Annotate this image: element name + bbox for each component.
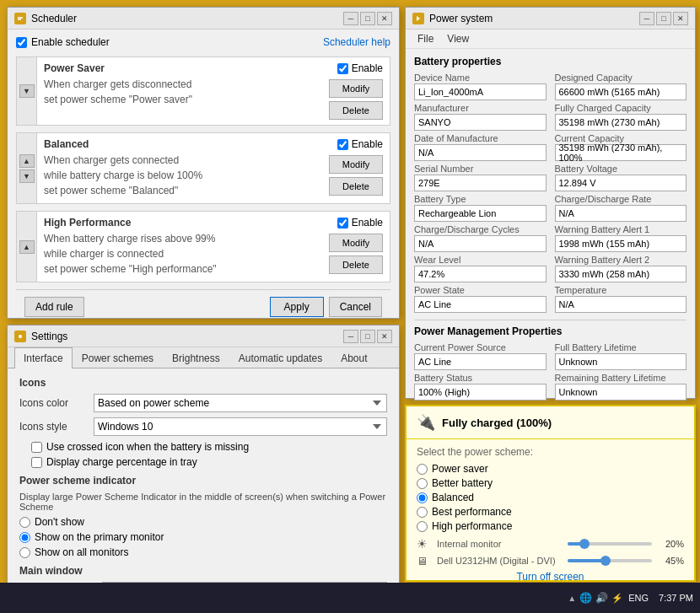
rule-power-saver-modify-button[interactable]: Modify bbox=[329, 79, 383, 98]
battery-status-label: Battery Status bbox=[414, 373, 547, 383]
power-mgmt-title: Power Management Properties bbox=[414, 325, 687, 337]
charge-pct-checkbox[interactable] bbox=[31, 457, 42, 468]
rule-balanced-down-arrow[interactable]: ▼ bbox=[19, 169, 35, 183]
apply-button[interactable]: Apply bbox=[270, 297, 324, 317]
scheme-balanced-row: Balanced bbox=[417, 492, 684, 503]
tab-brightness[interactable]: Brightness bbox=[163, 347, 229, 368]
power-system-close-button[interactable]: ✕ bbox=[673, 12, 688, 25]
scheme-best-performance-radio[interactable] bbox=[417, 507, 428, 518]
dell-monitor-slider[interactable] bbox=[568, 554, 652, 567]
settings-maximize-button[interactable]: □ bbox=[360, 330, 375, 343]
settings-tabs-bar: Interface Power schemes Brightness Autom… bbox=[8, 347, 399, 368]
settings-minimize-button[interactable]: ─ bbox=[343, 330, 358, 343]
scheme-power-saver-radio[interactable] bbox=[417, 464, 428, 475]
settings-body: Icons Icons color Based on power scheme … bbox=[8, 368, 399, 613]
battery-status-value: 100% (High) bbox=[414, 384, 547, 401]
rule-power-saver-down-arrow[interactable]: ▼ bbox=[19, 84, 35, 98]
scheme-balanced-label: Balanced bbox=[432, 492, 474, 503]
tab-interface[interactable]: Interface bbox=[14, 347, 73, 368]
scheme-balanced-radio[interactable] bbox=[417, 492, 428, 503]
field-battery-type: Battery Type Rechargeable Lion bbox=[414, 194, 547, 222]
field-date-manufacture: Date of Manufacture N/A bbox=[414, 133, 547, 161]
field-manufacturer: Manufacturer SANYO bbox=[414, 103, 547, 131]
rule-high-performance-delete-button[interactable]: Delete bbox=[329, 255, 383, 274]
taskbar-lang: ENG bbox=[628, 593, 649, 603]
rule-power-saver-enable-label: Enable bbox=[352, 62, 383, 74]
tab-automatic-updates[interactable]: Automatic updates bbox=[229, 347, 331, 368]
rule-high-performance-enable-label: Enable bbox=[352, 217, 383, 229]
scheduler-minimize-button[interactable]: ─ bbox=[343, 12, 358, 25]
icons-style-select[interactable]: Windows 10 Classic Flat bbox=[94, 417, 387, 436]
turn-off-screen-link[interactable]: Turn off screen bbox=[417, 571, 684, 583]
scheduler-bottom-bar: Add rule Apply Cancel bbox=[16, 289, 390, 324]
rule-high-performance-enable-checkbox[interactable] bbox=[337, 218, 348, 229]
scheduler-maximize-button[interactable]: □ bbox=[360, 12, 375, 25]
scheme-high-performance-label: High performance bbox=[432, 520, 512, 532]
field-fully-charged-capacity: Fully Charged Capacity 35198 mWh (2730 m… bbox=[555, 103, 687, 131]
icons-section-label: Icons bbox=[19, 377, 387, 389]
field-device-name: Device Name Li_Ion_4000mA bbox=[414, 73, 547, 100]
taskbar-chevron-icon[interactable]: ▲ bbox=[568, 594, 576, 603]
field-warning-alert-1: Warning Battery Alert 1 1998 mWh (155 mA… bbox=[555, 224, 687, 252]
crossed-icon-label: Use crossed icon when the battery is mis… bbox=[46, 441, 249, 453]
field-temperature: Temperature N/A bbox=[555, 285, 687, 313]
settings-controls: ─ □ ✕ bbox=[343, 330, 392, 343]
power-system-maximize-button[interactable]: □ bbox=[656, 12, 671, 25]
icons-color-select[interactable]: Based on power scheme Default Custom bbox=[94, 394, 387, 412]
rule-balanced-title: Balanced bbox=[44, 138, 315, 150]
rule-high-performance-modify-button[interactable]: Modify bbox=[329, 234, 383, 252]
icons-style-row: Icons style Windows 10 Classic Flat bbox=[19, 417, 387, 436]
settings-close-button[interactable]: ✕ bbox=[377, 330, 392, 343]
taskbar-time: 7:37 PM bbox=[659, 593, 693, 603]
rule-balanced-delete-button[interactable]: Delete bbox=[329, 177, 383, 196]
svg-rect-0 bbox=[16, 14, 24, 23]
scheme-power-saver-row: Power saver bbox=[417, 463, 684, 475]
scheme-better-battery-radio[interactable] bbox=[417, 478, 428, 489]
add-rule-button[interactable]: Add rule bbox=[24, 297, 84, 317]
scheduler-window-icon bbox=[14, 13, 26, 24]
rule-balanced-desc: When charger gets connectedwhile battery… bbox=[44, 153, 315, 198]
all-monitors-radio[interactable] bbox=[19, 547, 30, 558]
internal-monitor-slider[interactable] bbox=[568, 537, 652, 551]
power-source-value: AC Line bbox=[414, 353, 547, 370]
full-lifetime-value: Unknown bbox=[555, 353, 687, 370]
tab-about[interactable]: About bbox=[331, 347, 376, 368]
scheduler-help-link[interactable]: Scheduler help bbox=[323, 36, 390, 48]
rule-high-performance-up-arrow[interactable]: ▲ bbox=[19, 240, 35, 254]
rule-balanced: ▲ ▼ Balanced When charger gets connected… bbox=[16, 132, 390, 204]
scheduler-close-button[interactable]: ✕ bbox=[377, 12, 392, 25]
power-scheme-indicator-label: Power scheme indicator bbox=[19, 475, 387, 487]
dont-show-radio[interactable] bbox=[19, 517, 30, 528]
tab-power-schemes[interactable]: Power schemes bbox=[73, 347, 163, 368]
scheme-high-performance-radio[interactable] bbox=[417, 521, 428, 532]
scheme-best-performance-row: Best performance bbox=[417, 506, 684, 518]
ps-menu-view[interactable]: View bbox=[442, 31, 474, 46]
field-designed-capacity: Designed Capacity 66600 mWh (5165 mAh) bbox=[555, 73, 687, 100]
rule-power-saver-delete-button[interactable]: Delete bbox=[329, 101, 383, 120]
dell-monitor-pct: 45% bbox=[659, 556, 684, 566]
power-system-minimize-button[interactable]: ─ bbox=[639, 12, 654, 25]
rule-power-saver-enable-checkbox[interactable] bbox=[337, 63, 348, 74]
primary-monitor-radio[interactable] bbox=[19, 532, 30, 543]
battery-charged-icon: 🔌 bbox=[417, 413, 435, 432]
rule-balanced-modify-button[interactable]: Modify bbox=[329, 155, 383, 174]
rule-balanced-up-arrow[interactable]: ▲ bbox=[19, 154, 35, 168]
cancel-button[interactable]: Cancel bbox=[329, 297, 382, 317]
rule-balanced-enable-checkbox[interactable] bbox=[337, 139, 348, 150]
internal-monitor-label: Internal monitor bbox=[437, 539, 561, 549]
internal-monitor-pct: 20% bbox=[659, 539, 684, 549]
icons-style-label: Icons style bbox=[19, 421, 87, 433]
ps-menu-file[interactable]: File bbox=[412, 31, 439, 46]
fully-charged-popup: 🔌 Fully charged (100%) Select the power … bbox=[405, 405, 696, 582]
all-monitors-label: Show on all monitors bbox=[35, 546, 128, 558]
scheduler-window: Scheduler ─ □ ✕ Enable scheduler Schedul… bbox=[7, 7, 400, 319]
remaining-lifetime-label: Remaining Battery Lifetime bbox=[555, 373, 687, 383]
rule-balanced-body: Balanced When charger gets connectedwhil… bbox=[37, 133, 322, 203]
rule-power-saver-desc: When charger gets disconnectedset power … bbox=[44, 77, 315, 107]
field-charge-discharge-cycles: Charge/Discharge Cycles N/A bbox=[414, 224, 547, 252]
crossed-icon-checkbox[interactable] bbox=[31, 442, 42, 453]
enable-scheduler-checkbox[interactable] bbox=[16, 37, 27, 48]
power-mgmt-right: Full Battery Lifetime Unknown Remaining … bbox=[555, 342, 687, 401]
field-full-lifetime: Full Battery Lifetime Unknown bbox=[555, 342, 687, 370]
power-source-label: Current Power Source bbox=[414, 342, 547, 352]
